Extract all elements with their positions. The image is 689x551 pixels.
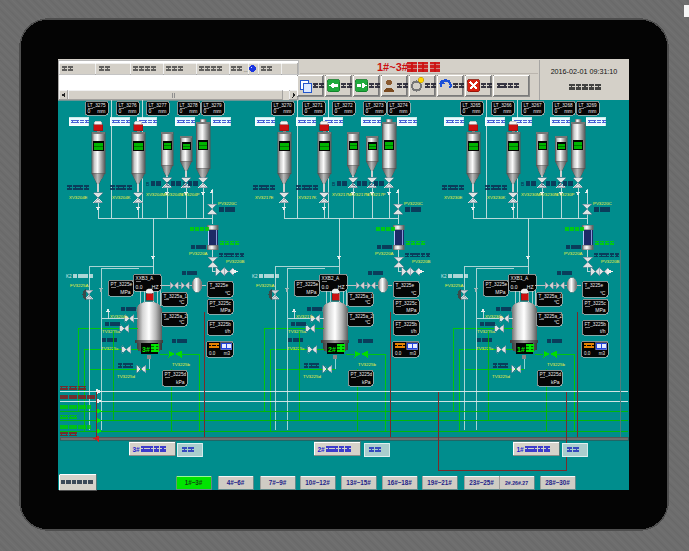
svg-text:28#~30#: 28#~30#: [545, 479, 570, 486]
svg-text:MPa: MPa: [220, 307, 231, 313]
svg-text:kPa: kPa: [551, 379, 560, 385]
svg-text:kPa: kPa: [362, 379, 371, 385]
svg-text:0.0: 0.0: [136, 284, 143, 290]
svg-text:PV3220A: PV3220A: [189, 251, 208, 256]
svg-text:mm: mm: [588, 108, 596, 114]
svg-text:XV3230a: XV3230a: [485, 314, 504, 319]
svg-text:0: 0: [555, 108, 558, 114]
svg-text:PT_3225e: PT_3225e: [111, 282, 133, 287]
svg-text:0: 0: [494, 108, 497, 114]
svg-text:°C: °C: [600, 290, 606, 296]
svg-text:0.0: 0.0: [209, 351, 216, 356]
svg-text:T_3225e: T_3225e: [396, 283, 415, 288]
svg-text:m3: m3: [410, 351, 417, 356]
svg-text:XV3230E: XV3230E: [444, 195, 463, 200]
svg-text:PT_3225c: PT_3225c: [396, 301, 418, 306]
svg-text:mm: mm: [128, 108, 136, 114]
svg-text:FT_3225b: FT_3225b: [585, 322, 607, 327]
svg-text:mm: mm: [314, 108, 322, 114]
svg-text:PT_3225c: PT_3225c: [210, 301, 232, 306]
svg-text:m3: m3: [599, 351, 606, 356]
svg-text:0: 0: [88, 108, 91, 114]
svg-text:HZ: HZ: [527, 284, 534, 290]
svg-text:PT_3225d: PT_3225d: [540, 372, 562, 377]
svg-text:1#: 1#: [517, 346, 525, 353]
svg-text:XV3217M: XV3217M: [332, 192, 352, 197]
svg-text:XV3204P: XV3204P: [181, 192, 200, 197]
svg-text:XV3217P: XV3217P: [367, 192, 386, 197]
svg-text:°C: °C: [554, 319, 560, 325]
svg-text:C: C: [541, 181, 545, 187]
svg-text:°C: °C: [554, 299, 560, 305]
svg-text:0: 0: [119, 108, 122, 114]
svg-text:0: 0: [180, 108, 183, 114]
svg-text:TV3225d: TV3225d: [492, 374, 510, 379]
svg-text:HZ: HZ: [338, 284, 345, 290]
svg-text:mm: mm: [283, 108, 291, 114]
svg-text:FT_3225b: FT_3225b: [210, 322, 232, 327]
svg-text:mm: mm: [564, 108, 572, 114]
svg-text:2#.26#.27: 2#.26#.27: [505, 480, 528, 486]
svg-text:mm: mm: [503, 108, 511, 114]
svg-text:MPa: MPa: [406, 307, 417, 313]
svg-text:XV3204M: XV3204M: [146, 192, 166, 197]
svg-text:PT_3225e: PT_3225e: [486, 282, 508, 287]
svg-text:PT_3225e: PT_3225e: [297, 282, 319, 287]
svg-text:1#: 1#: [517, 446, 525, 453]
svg-text:PV3220A: PV3220A: [375, 251, 394, 256]
svg-text:°C: °C: [411, 290, 417, 296]
svg-text:TV3225b: TV3225b: [358, 362, 376, 367]
svg-text:XV3230M: XV3230M: [521, 192, 541, 197]
svg-text:mm: mm: [375, 108, 383, 114]
svg-text:D: D: [558, 181, 562, 187]
svg-text:t/h: t/h: [600, 328, 606, 334]
svg-text:MPa: MPa: [595, 307, 606, 313]
svg-text:MPa: MPa: [120, 289, 131, 295]
svg-text:0: 0: [335, 108, 338, 114]
svg-text:D: D: [183, 181, 187, 187]
svg-text:K2: K2: [441, 274, 447, 279]
svg-text:FT_3225b: FT_3225b: [396, 322, 418, 327]
svg-text:XV3217N: XV3217N: [350, 192, 369, 197]
svg-text:PV3220C: PV3220C: [593, 201, 612, 206]
svg-text:4#~6#: 4#~6#: [227, 479, 245, 486]
svg-text:FV3225A: FV3225A: [445, 283, 463, 288]
svg-text:7#~9#: 7#~9#: [269, 479, 287, 486]
svg-text:XXB2_A: XXB2_A: [322, 276, 341, 281]
svg-text:°C: °C: [179, 299, 185, 305]
svg-text:PV3220A: PV3220A: [564, 251, 583, 256]
svg-text:PT_3225d: PT_3225d: [165, 372, 187, 377]
svg-text:2#: 2#: [328, 346, 336, 353]
svg-text:0.0: 0.0: [584, 351, 591, 356]
svg-text:mm: mm: [344, 108, 352, 114]
svg-text:XV3204K: XV3204K: [112, 195, 131, 200]
svg-text:C: C: [352, 181, 356, 187]
svg-text:0: 0: [305, 108, 308, 114]
svg-text:XV3217E: XV3217E: [255, 195, 274, 200]
svg-text:0: 0: [463, 108, 466, 114]
svg-text:3#: 3#: [133, 446, 141, 453]
svg-text:XXB1_A: XXB1_A: [511, 276, 530, 281]
svg-text:t/h: t/h: [411, 328, 417, 334]
svg-text:0: 0: [524, 108, 527, 114]
svg-text:0: 0: [366, 108, 369, 114]
svg-text:0: 0: [204, 108, 207, 114]
svg-text:mm: mm: [399, 108, 407, 114]
svg-text:HZ: HZ: [152, 284, 159, 290]
svg-text:TV3225b: TV3225b: [172, 362, 190, 367]
svg-text:0.0: 0.0: [395, 351, 402, 356]
svg-text:XV3204N: XV3204N: [164, 192, 183, 197]
svg-text:kPa: kPa: [176, 379, 185, 385]
svg-text:mm: mm: [97, 108, 105, 114]
svg-text:T_3225e: T_3225e: [210, 283, 229, 288]
svg-text:10#~12#: 10#~12#: [305, 479, 330, 486]
svg-text:0: 0: [390, 108, 393, 114]
svg-text:K2: K2: [252, 274, 258, 279]
svg-text:13#~15#: 13#~15#: [346, 479, 371, 486]
svg-text:C: C: [166, 181, 170, 187]
svg-text:TV3225c: TV3225c: [287, 346, 305, 351]
svg-text:PV3220B: PV3220B: [226, 259, 245, 264]
svg-text:0: 0: [274, 108, 277, 114]
svg-text:TV3225d: TV3225d: [303, 374, 321, 379]
svg-text:mm: mm: [533, 108, 541, 114]
